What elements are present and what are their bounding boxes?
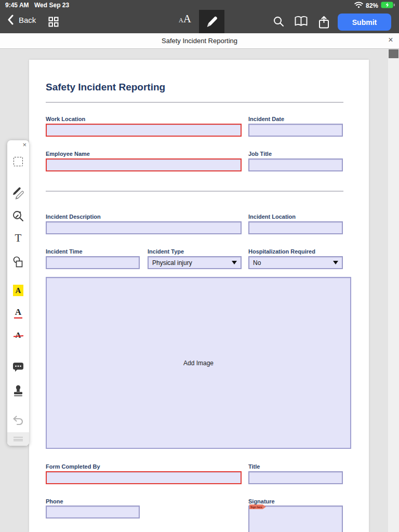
- thumbnails-grid-button[interactable]: [48, 17, 59, 29]
- signature-label: Signature: [248, 498, 343, 504]
- incident-time-field[interactable]: [46, 256, 140, 269]
- add-image-label: Add Image: [183, 360, 214, 367]
- chevron-down-icon: [232, 261, 237, 264]
- form-completed-by-field[interactable]: [46, 471, 242, 484]
- form-completed-by-label: Form Completed By: [46, 463, 242, 470]
- sign-here-label: Sign here: [249, 506, 262, 509]
- hospitalization-required-value: No: [253, 259, 261, 267]
- pdf-form-app: { "colors": { "topbar_bg": "#464646", "a…: [0, 0, 399, 532]
- employee-name-field[interactable]: [46, 158, 242, 171]
- document-tab-bar: Safety Incident Reporting ×: [0, 33, 399, 49]
- annotation-palette: × T A A A: [7, 140, 29, 446]
- marquee-selection-icon: [14, 157, 23, 166]
- annotate-mode-button[interactable]: [199, 10, 224, 33]
- selection-tool-button[interactable]: [7, 157, 29, 166]
- text-settings-glyph-large: A: [183, 12, 191, 25]
- title-field[interactable]: [248, 471, 343, 484]
- comment-tool-button[interactable]: [7, 361, 29, 373]
- stamp-tool-button[interactable]: [7, 384, 29, 397]
- divider: [46, 191, 343, 192]
- incident-time-label: Incident Time: [46, 248, 140, 255]
- status-date: Wed Sep 23: [34, 2, 69, 9]
- tab-close-icon[interactable]: ×: [385, 35, 396, 45]
- divider: [46, 102, 343, 103]
- chevron-left-icon: [7, 15, 14, 25]
- incident-date-label: Incident Date: [248, 116, 343, 122]
- underline-tool-icon: A: [15, 308, 21, 318]
- underline-tool-button[interactable]: A: [7, 308, 29, 318]
- top-toolbar: 9:45 AM Wed Sep 23 82% Back AA Submit: [0, 0, 399, 33]
- phone-field[interactable]: [46, 506, 140, 518]
- incident-location-field[interactable]: [248, 221, 343, 234]
- undo-button[interactable]: [7, 415, 29, 426]
- loupe-tool-button[interactable]: [7, 210, 29, 222]
- highlight-tool-button[interactable]: A: [7, 285, 29, 296]
- grid-icon: [48, 17, 59, 27]
- incident-description-label: Incident Description: [46, 214, 242, 220]
- search-icon: [273, 16, 285, 28]
- form-title: Safety Incident Reporting: [46, 82, 165, 93]
- hospitalization-required-label: Hospitalization Required: [248, 248, 343, 255]
- incident-date-field[interactable]: [248, 124, 343, 137]
- text-tool-icon: T: [15, 233, 22, 244]
- incident-type-dropdown[interactable]: Physical injury: [148, 256, 242, 269]
- marker-pen-icon: [205, 15, 219, 29]
- add-image-button[interactable]: Add Image: [46, 277, 351, 449]
- search-button[interactable]: [273, 16, 285, 30]
- incident-type-value: Physical injury: [152, 259, 192, 267]
- stamp-icon: [12, 384, 24, 397]
- job-title-field[interactable]: [248, 158, 343, 171]
- signature-field[interactable]: [248, 506, 343, 532]
- submit-button[interactable]: Submit: [338, 14, 391, 31]
- incident-location-label: Incident Location: [248, 214, 343, 220]
- pen-pencil-icon: [11, 185, 25, 201]
- magnifier-pen-icon: [12, 210, 24, 222]
- undo-arrow-icon: [12, 415, 24, 426]
- share-icon: [318, 16, 330, 29]
- incident-type-label: Incident Type: [148, 248, 242, 255]
- document-tab-title: Safety Incident Reporting: [0, 37, 399, 45]
- strikeout-tool-button[interactable]: A: [7, 331, 29, 339]
- text-tool-button[interactable]: T: [7, 233, 29, 244]
- employee-name-label: Employee Name: [46, 151, 242, 157]
- status-time: 9:45 AM: [5, 2, 29, 9]
- back-label: Back: [19, 16, 36, 24]
- strikeout-tool-icon: A: [16, 331, 21, 339]
- shapes-icon: [12, 256, 24, 268]
- bookmarks-button[interactable]: [294, 16, 308, 29]
- back-button[interactable]: Back: [7, 15, 36, 25]
- text-settings-glyph-small: A: [179, 17, 183, 24]
- scrollbar-thumb[interactable]: [389, 49, 398, 58]
- book-icon: [294, 16, 308, 27]
- wifi-icon: [354, 1, 363, 10]
- text-settings-button[interactable]: AA: [179, 12, 191, 25]
- palette-close-icon[interactable]: ×: [22, 141, 26, 149]
- sign-here-flag[interactable]: Sign here: [249, 504, 266, 509]
- comment-icon: [12, 361, 24, 373]
- highlight-tool-icon: A: [13, 285, 23, 296]
- palette-drag-handle[interactable]: [7, 432, 29, 446]
- pdf-page: Safety Incident Reporting Work Location …: [29, 60, 369, 532]
- title-field-label: Title: [248, 463, 343, 470]
- shapes-tool-button[interactable]: [7, 256, 29, 268]
- phone-label: Phone: [46, 498, 140, 504]
- job-title-label: Job Title: [248, 151, 343, 157]
- scrollbar-track: [388, 49, 399, 532]
- battery-percent: 82%: [366, 2, 378, 9]
- incident-description-field[interactable]: [46, 221, 242, 234]
- hospitalization-required-dropdown[interactable]: No: [248, 256, 343, 269]
- share-button[interactable]: [318, 16, 330, 31]
- pen-tool-button[interactable]: [7, 185, 29, 201]
- work-location-label: Work Location: [46, 116, 242, 122]
- chevron-down-icon: [333, 261, 338, 264]
- battery-charging-icon: [381, 1, 395, 10]
- work-location-field[interactable]: [46, 124, 242, 137]
- status-right-cluster: 82%: [354, 1, 395, 10]
